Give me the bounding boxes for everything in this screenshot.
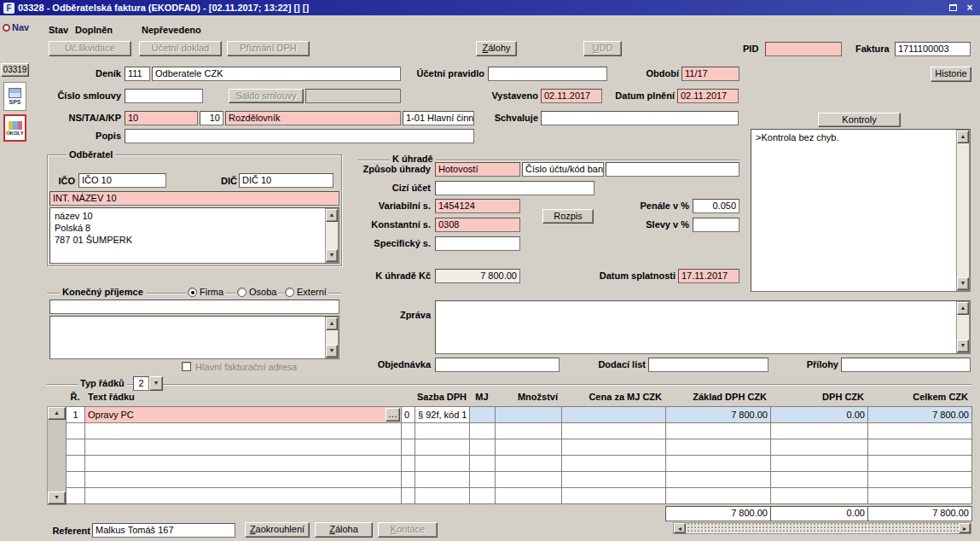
grid-cell[interactable]	[770, 455, 868, 472]
referent-field[interactable]: Malkus Tomáš 167	[92, 523, 235, 538]
scroll-track[interactable]	[326, 222, 338, 249]
grid-cell-celkem[interactable]: 7 800.00	[867, 406, 972, 423]
cislo-smlouvy-field[interactable]	[125, 89, 203, 103]
scroll-track[interactable]	[957, 315, 969, 340]
nav-control[interactable]: Nav	[3, 22, 29, 32]
konstantni-field[interactable]: 0308	[435, 218, 520, 232]
grid-cell[interactable]	[867, 422, 972, 439]
grid-cell[interactable]	[770, 439, 868, 456]
grid-cell[interactable]	[561, 439, 666, 456]
prijemce-name-field[interactable]	[49, 300, 339, 314]
grid-cell-flag[interactable]: 0	[401, 406, 415, 423]
denik-name-field[interactable]: Odberatele CZK	[152, 67, 401, 81]
grid-cell-dph[interactable]: 0.00	[770, 406, 868, 423]
zaokrouhleni-button[interactable]: Zaokrouhlení	[245, 522, 310, 538]
kontroly-button[interactable]: Kontroly	[818, 113, 901, 127]
scroll-right-icon[interactable]: ►	[959, 523, 971, 533]
grid-cell[interactable]	[867, 439, 972, 456]
udd-button[interactable]: UDD	[583, 41, 622, 56]
grid-cell[interactable]	[770, 487, 868, 504]
grid-cell[interactable]	[867, 487, 972, 504]
address-scrollbar[interactable]: ▲ ▼	[325, 208, 339, 263]
prijemce-scrollbar[interactable]: ▲ ▼	[325, 317, 339, 358]
scroll-up-icon[interactable]: ▲	[326, 317, 338, 330]
grid-cell[interactable]	[401, 487, 415, 504]
grid-cell[interactable]	[415, 455, 470, 472]
scroll-track[interactable]	[686, 523, 959, 533]
scroll-down-icon[interactable]: ▼	[957, 340, 969, 352]
ns-field-3[interactable]: Rozdělovník	[225, 111, 401, 125]
grid-cell[interactable]	[561, 471, 666, 488]
grid-cell[interactable]	[401, 455, 415, 472]
prilohy-field[interactable]	[841, 358, 971, 372]
odberatel-address-box[interactable]: název 10 Polská 8 787 01 ŠUMPERK ▲ ▼	[49, 207, 339, 264]
grid-cell[interactable]	[495, 487, 562, 504]
grid-cell[interactable]	[415, 487, 470, 504]
grid-cell[interactable]	[84, 439, 402, 456]
grid-cell-radek[interactable]: 1	[66, 406, 85, 423]
text-ellipsis-button[interactable]: …	[386, 408, 400, 422]
grid-cell[interactable]	[469, 422, 496, 439]
grid-cell[interactable]	[401, 422, 415, 439]
grid-cell[interactable]	[867, 471, 972, 488]
prijemce-address-box[interactable]: ▲ ▼	[49, 316, 339, 359]
record-scrollbar[interactable]: ▲ ▼	[47, 406, 67, 505]
rozpis-button[interactable]: Rozpis	[542, 209, 594, 224]
scroll-up-icon[interactable]: ▲	[957, 302, 969, 315]
scroll-down-icon[interactable]: ▼	[326, 345, 338, 358]
grid-cell-mj[interactable]	[469, 406, 496, 423]
scroll-track[interactable]	[957, 143, 969, 277]
ucetni-doklad-button[interactable]: Účetní doklad	[139, 41, 222, 56]
grid-cell[interactable]	[561, 422, 666, 439]
grid-cell[interactable]	[770, 422, 868, 439]
denik-code-field[interactable]: 111	[125, 67, 150, 81]
objednavka-field[interactable]	[435, 358, 560, 372]
ukoly-shortcut[interactable]: ÚKOLY	[3, 114, 26, 142]
vystaveno-field[interactable]: 02.11.2017	[541, 89, 602, 103]
penale-field[interactable]: 0.050	[693, 199, 739, 213]
scroll-down-icon[interactable]: ▼	[326, 249, 338, 262]
kontroly-scrollbar[interactable]: ▲ ▼	[956, 130, 970, 291]
grid-cell[interactable]	[665, 487, 771, 504]
zaloha-button[interactable]: Záloha	[315, 522, 373, 538]
grid-cell[interactable]	[495, 422, 562, 439]
specificky-field[interactable]	[435, 236, 520, 251]
saldo-smlouvy-button[interactable]: Saldo smlouvy	[229, 89, 304, 103]
kontace-button[interactable]: Kontace	[378, 522, 438, 538]
grid-cell[interactable]	[84, 471, 402, 488]
dic-field[interactable]: DIČ 10	[239, 173, 333, 188]
grid-cell[interactable]	[415, 422, 470, 439]
scroll-left-icon[interactable]: ◄	[674, 523, 686, 533]
zalohy-button[interactable]: Zálohy	[476, 41, 517, 56]
grid-cell-cena[interactable]	[561, 406, 666, 423]
ucetni-pravidlo-field[interactable]	[488, 67, 607, 81]
ucet-field[interactable]	[606, 162, 739, 177]
priznani-dph-button[interactable]: Přiznání DPH	[227, 41, 310, 56]
historie-button[interactable]: Historie	[931, 67, 971, 82]
grid-cell[interactable]	[84, 422, 402, 439]
grid-cell[interactable]	[665, 455, 771, 472]
grid-cell[interactable]	[469, 439, 496, 456]
grid-cell-mnozstvi[interactable]	[495, 406, 562, 423]
grid-cell-sazba[interactable]: § 92f, kód 1	[415, 406, 470, 423]
restore-button[interactable]	[946, 2, 960, 15]
zprava-scrollbar[interactable]: ▲ ▼	[956, 301, 970, 353]
variabilni-field[interactable]: 1454124	[435, 199, 520, 213]
grid-cell[interactable]	[415, 471, 470, 488]
typ-radku-combo[interactable]: 2 ▼	[133, 376, 163, 391]
grid-cell[interactable]	[469, 471, 496, 488]
grid-cell[interactable]	[84, 487, 402, 504]
radio-externi[interactable]: Externí	[283, 287, 328, 297]
grid-cell[interactable]	[66, 487, 85, 504]
slevy-field[interactable]	[693, 218, 739, 232]
faktura-field[interactable]: 1711100003	[895, 42, 971, 56]
uc-likvidace-button[interactable]: Úč.likvidace	[49, 41, 131, 56]
scroll-up-icon[interactable]: ▲	[326, 209, 338, 222]
grid-cell[interactable]	[561, 455, 666, 472]
form-tab-03319[interactable]: 03319	[1, 63, 29, 77]
scroll-up-icon[interactable]: ▲	[957, 131, 969, 143]
grid-cell[interactable]	[495, 471, 562, 488]
datum-splatnosti-field[interactable]: 17.11.2017	[678, 269, 739, 283]
grid-cell[interactable]	[66, 455, 85, 472]
cizi-ucet-field[interactable]	[435, 181, 594, 195]
